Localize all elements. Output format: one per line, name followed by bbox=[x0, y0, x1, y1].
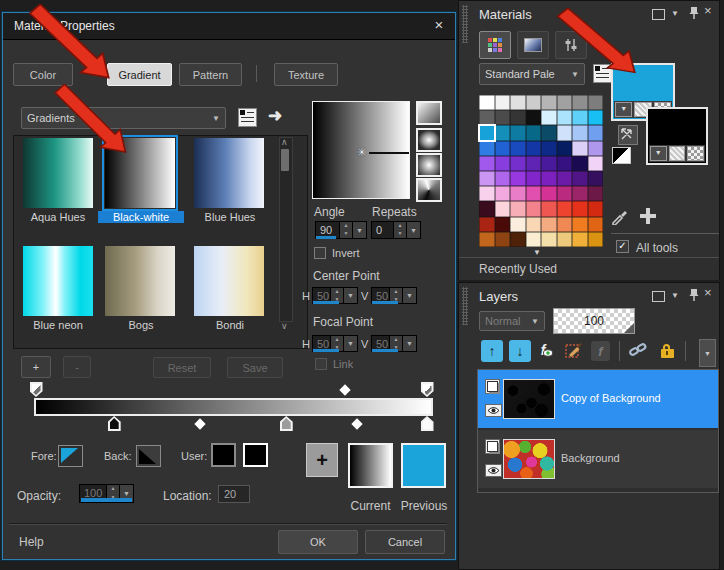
layer-styles-icon[interactable]: f bbox=[535, 339, 559, 361]
toolbar-overflow-icon[interactable]: ▼ bbox=[699, 339, 716, 367]
gradient-editor-bar[interactable] bbox=[34, 398, 433, 416]
panel-grip[interactable] bbox=[462, 287, 468, 325]
user-swatch-1[interactable] bbox=[211, 443, 236, 467]
palette-swatch[interactable] bbox=[557, 217, 573, 232]
opacity-stop-marker[interactable] bbox=[421, 382, 434, 397]
center-point-marker-icon[interactable]: ✳ bbox=[357, 146, 366, 159]
center-h-spinner[interactable]: 50 ▲▼ ▼ bbox=[312, 287, 358, 304]
location-field[interactable]: 20 bbox=[218, 485, 250, 503]
palette-swatch[interactable] bbox=[557, 110, 573, 125]
angle-spinner[interactable]: 90 ▲▼ ▼ bbox=[315, 221, 367, 239]
palette-swatch[interactable] bbox=[557, 125, 573, 140]
layer-row-copy-of-background[interactable]: Copy of Background bbox=[478, 370, 718, 428]
swatches-view-tab[interactable] bbox=[479, 31, 511, 59]
help-link[interactable]: Help bbox=[19, 535, 44, 549]
palette-swatch[interactable] bbox=[588, 125, 604, 140]
palette-swatch[interactable] bbox=[541, 217, 557, 232]
background-color-swatch[interactable] bbox=[136, 445, 161, 467]
ok-button[interactable]: OK bbox=[278, 530, 358, 554]
palette-swatch[interactable] bbox=[541, 141, 557, 156]
recently-used-bar[interactable]: Recently Used bbox=[459, 257, 719, 280]
layer-thumbnail[interactable] bbox=[503, 379, 555, 419]
palette-swatch[interactable] bbox=[557, 186, 573, 201]
spin-arrows-icon[interactable]: ▲▼ bbox=[339, 222, 352, 238]
palette-swatch[interactable] bbox=[526, 171, 542, 186]
palette-swatch[interactable] bbox=[541, 232, 557, 247]
palette-swatch[interactable] bbox=[479, 141, 495, 156]
color-stop-marker[interactable] bbox=[421, 416, 434, 431]
reset-button[interactable]: Reset bbox=[153, 357, 211, 378]
palette-swatch[interactable] bbox=[588, 201, 604, 216]
chevron-down-icon[interactable]: ▼ bbox=[671, 290, 679, 302]
opacity-stop-marker[interactable] bbox=[30, 382, 43, 397]
palette-swatch[interactable] bbox=[510, 110, 526, 125]
color-midpoint-marker[interactable] bbox=[195, 418, 206, 429]
frame-view-tab[interactable] bbox=[517, 31, 549, 59]
palette-swatch[interactable] bbox=[495, 201, 511, 216]
palette-swatch[interactable] bbox=[541, 186, 557, 201]
panel-grip[interactable] bbox=[462, 5, 468, 43]
forward-arrow-icon[interactable]: ➜ bbox=[268, 105, 282, 126]
palette-swatch[interactable] bbox=[510, 232, 526, 247]
cancel-button[interactable]: Cancel bbox=[365, 530, 445, 554]
gradient-swatch-blue-hues[interactable] bbox=[194, 138, 264, 208]
layer-row-background[interactable]: Background bbox=[478, 430, 718, 488]
script-icon[interactable]: f bbox=[591, 341, 610, 361]
palette-swatch[interactable] bbox=[572, 186, 588, 201]
new-layer-up-icon[interactable]: ↑ bbox=[481, 340, 503, 362]
color-stop-marker[interactable] bbox=[108, 416, 121, 431]
remove-gradient-button[interactable]: - bbox=[63, 356, 91, 378]
palette-swatch[interactable] bbox=[510, 95, 526, 110]
eyedropper-icon[interactable] bbox=[611, 207, 628, 229]
palette-swatch[interactable] bbox=[510, 171, 526, 186]
spin-arrows-icon[interactable]: ▲▼ bbox=[393, 222, 406, 238]
palette-swatch[interactable] bbox=[495, 232, 511, 247]
scroll-down-icon[interactable]: ∨ bbox=[281, 321, 288, 331]
chevron-down-icon[interactable]: ▼ bbox=[615, 102, 632, 117]
palette-swatch[interactable] bbox=[588, 232, 604, 247]
chevron-down-icon[interactable]: ▼ bbox=[406, 222, 420, 238]
radial-style-icon[interactable] bbox=[416, 153, 442, 177]
resize-handle-icon[interactable] bbox=[624, 323, 634, 333]
lock-layer-icon[interactable] bbox=[656, 339, 678, 361]
float-panel-icon[interactable] bbox=[652, 9, 665, 20]
pin-icon[interactable] bbox=[689, 288, 699, 304]
link-checkbox[interactable] bbox=[315, 358, 327, 370]
palette-swatch[interactable] bbox=[588, 186, 604, 201]
palette-swatch[interactable] bbox=[495, 95, 511, 110]
scroll-up-icon[interactable]: ∧ bbox=[281, 137, 288, 147]
repeats-spinner[interactable]: 0 ▲▼ ▼ bbox=[371, 221, 421, 239]
opacity-spinner[interactable]: 100 ▲▼ ▼ bbox=[79, 484, 134, 503]
palette-swatch[interactable] bbox=[541, 156, 557, 171]
user-swatch-2[interactable] bbox=[243, 443, 268, 467]
palette-swatch[interactable] bbox=[541, 171, 557, 186]
texture-toggle-icon[interactable] bbox=[669, 146, 686, 161]
rectangular-style-icon[interactable] bbox=[416, 128, 442, 152]
palette-swatch[interactable] bbox=[526, 232, 542, 247]
palette-swatch[interactable] bbox=[479, 171, 495, 186]
scrollbar-thumb[interactable] bbox=[281, 149, 289, 171]
palette-swatch[interactable] bbox=[526, 201, 542, 216]
palette-swatch[interactable] bbox=[588, 217, 604, 232]
palette-swatch[interactable] bbox=[479, 232, 495, 247]
angle-line[interactable] bbox=[369, 152, 409, 154]
close-icon[interactable]: × bbox=[704, 5, 712, 17]
palette-swatch[interactable] bbox=[479, 110, 495, 125]
palette-swatch[interactable] bbox=[588, 171, 604, 186]
view-options-icon[interactable] bbox=[238, 108, 257, 127]
palette-swatch[interactable] bbox=[557, 232, 573, 247]
chevron-down-icon[interactable]: ▼ bbox=[671, 8, 679, 20]
gradient-swatch-blue-neon[interactable] bbox=[23, 246, 93, 316]
palette-swatch[interactable] bbox=[479, 201, 495, 216]
palette-swatch[interactable] bbox=[526, 110, 542, 125]
opacity-midpoint-marker[interactable] bbox=[339, 384, 350, 395]
gradient-swatch-bogs[interactable] bbox=[105, 246, 175, 316]
float-panel-icon[interactable] bbox=[652, 291, 665, 302]
palette-swatch[interactable] bbox=[572, 232, 588, 247]
palette-swatch[interactable] bbox=[510, 156, 526, 171]
tab-pattern[interactable]: Pattern bbox=[179, 63, 242, 86]
palette-swatch[interactable] bbox=[479, 125, 495, 140]
color-midpoint-marker[interactable] bbox=[351, 418, 362, 429]
chevron-down-icon[interactable]: ▼ bbox=[343, 288, 357, 303]
chevron-down-icon[interactable]: ▼ bbox=[343, 336, 357, 351]
